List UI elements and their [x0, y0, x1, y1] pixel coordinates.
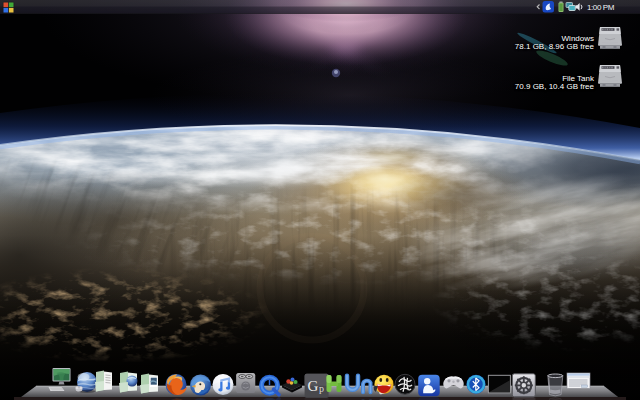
svg-text:p: p	[319, 383, 324, 394]
svg-text:G: G	[308, 378, 319, 394]
